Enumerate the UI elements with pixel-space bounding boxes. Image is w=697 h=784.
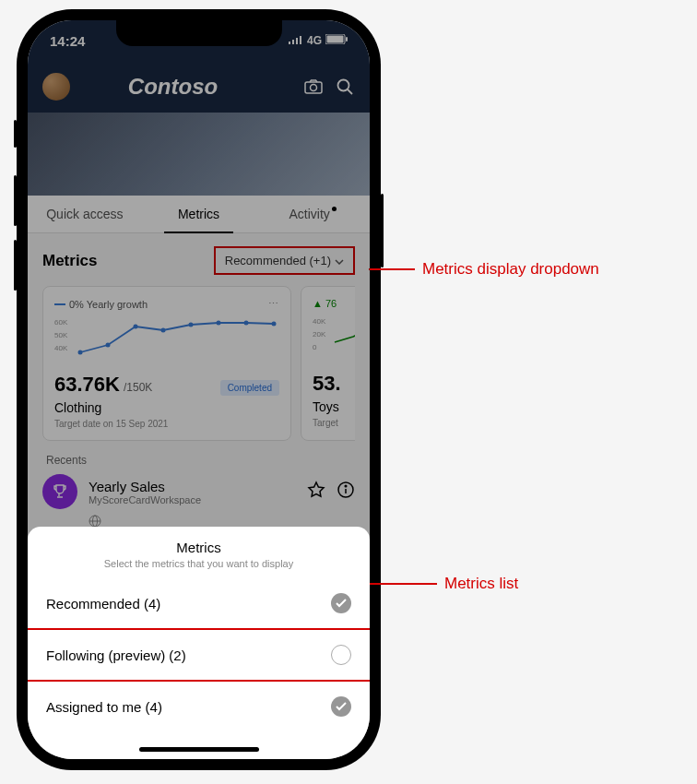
callout-list: Metrics list [369,575,518,593]
side-button [14,120,17,148]
sheet-item-recommended[interactable]: Recommended (4) [28,578,370,628]
sheet-item-label: Following (preview) (2) [46,647,186,663]
callout-label: Metrics display dropdown [422,260,599,279]
metrics-selection-sheet: Metrics Select the metrics that you want… [28,527,370,759]
sheet-item-label: Recommended (4) [46,596,160,612]
callout-dropdown: Metrics display dropdown [369,260,599,279]
power-button [381,194,384,267]
volume-up-button [14,175,17,226]
notch [116,20,282,46]
phone-frame: 14:24 4G Contoso [17,9,381,770]
volume-down-button [14,240,17,291]
check-icon [331,593,351,613]
sheet-header: Metrics Select the metrics that you want… [28,527,370,578]
sheet-title: Metrics [28,540,370,555]
sheet-item-following[interactable]: Following (preview) (2) [28,628,370,682]
callout-label: Metrics list [444,575,518,593]
unchecked-icon [331,645,351,665]
screen: 14:24 4G Contoso [28,20,370,759]
sheet-subtitle: Select the metrics that you want to disp… [28,558,370,569]
home-indicator [139,747,259,752]
sheet-item-label: Assigned to me (4) [46,699,162,715]
sheet-item-assigned[interactable]: Assigned to me (4) [28,682,370,731]
check-icon [331,696,351,717]
